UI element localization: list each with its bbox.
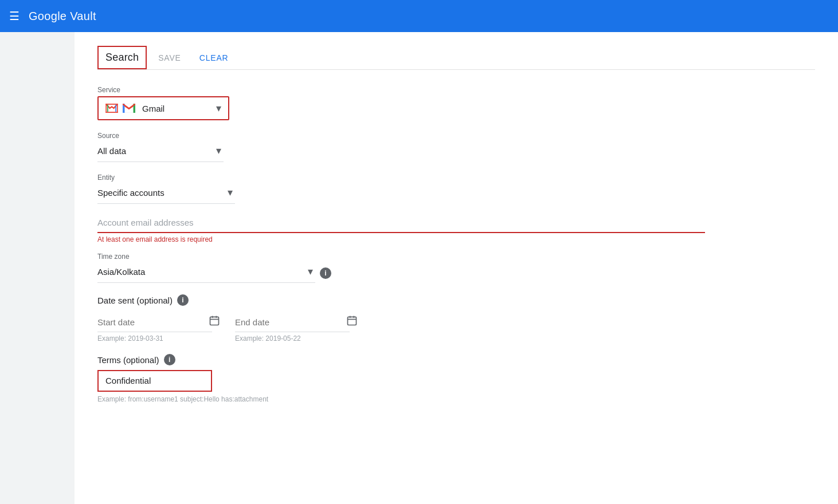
terms-example: Example: from:username1 subject:Hello ha… — [97, 395, 815, 403]
gmail-m-visual — [123, 104, 135, 113]
app-title: Google Vault — [29, 10, 96, 23]
timezone-wrapper: Asia/Kolkata ▾ i — [97, 263, 815, 283]
entity-dropdown-arrow: ▾ — [228, 186, 233, 199]
sidebar — [0, 32, 75, 504]
account-email-input[interactable] — [97, 215, 705, 233]
date-sent-section: Date sent (optional) i — [97, 294, 815, 342]
svg-rect-5 — [105, 112, 118, 113]
clear-button[interactable]: CLEAR — [193, 49, 236, 67]
service-dropdown-arrow: ▾ — [216, 102, 221, 115]
svg-rect-4 — [105, 104, 118, 105]
service-section: Service — [97, 86, 815, 120]
entity-section: Entity Specific accounts ▾ — [97, 174, 815, 204]
terms-info-icon[interactable]: i — [164, 354, 175, 365]
date-fields: Example: 2019-03-31 — [97, 315, 815, 342]
source-dropdown[interactable]: All data ▾ — [97, 142, 224, 162]
date-sent-info-icon[interactable]: i — [177, 294, 189, 306]
start-date-example: Example: 2019-03-31 — [97, 334, 212, 342]
source-section: Source All data ▾ — [97, 132, 815, 162]
timezone-label: Time zone — [97, 253, 815, 261]
email-error-message: At least one email address is required — [97, 235, 815, 243]
timezone-info-icon[interactable]: i — [320, 267, 331, 279]
timezone-dropdown-arrow: ▾ — [308, 265, 313, 278]
terms-input[interactable] — [105, 376, 204, 385]
timezone-section: Time zone Asia/Kolkata ▾ i — [97, 253, 815, 283]
timezone-value: Asia/Kolkata — [97, 267, 308, 277]
svg-rect-17 — [348, 317, 357, 325]
service-dropdown[interactable]: Gmail ▾ — [97, 96, 229, 120]
terms-section: Terms (optional) i Example: from:usernam… — [97, 354, 815, 403]
email-section: At least one email address is required — [97, 215, 815, 243]
tab-bar: Search SAVE CLEAR — [97, 46, 815, 70]
end-date-wrapper: Example: 2019-05-22 — [235, 315, 350, 342]
menu-icon[interactable]: ☰ — [9, 9, 19, 23]
terms-input-wrapper — [97, 370, 212, 392]
date-sent-label: Date sent (optional) i — [97, 294, 815, 306]
source-label: Source — [97, 132, 815, 140]
content-area: Search SAVE CLEAR Service — [75, 32, 838, 504]
search-tab[interactable]: Search — [97, 46, 147, 69]
start-date-wrapper: Example: 2019-03-31 — [97, 315, 212, 342]
entity-label: Entity — [97, 174, 815, 182]
source-value: All data — [97, 146, 216, 156]
gmail-icon — [105, 104, 118, 113]
timezone-dropdown[interactable]: Asia/Kolkata ▾ — [97, 263, 315, 283]
end-date-example: Example: 2019-05-22 — [235, 334, 350, 342]
save-button[interactable]: SAVE — [151, 49, 188, 67]
terms-label: Terms (optional) i — [97, 354, 815, 365]
start-date-input[interactable] — [97, 317, 206, 327]
end-date-row — [235, 315, 350, 332]
main-layout: Search SAVE CLEAR Service — [0, 32, 838, 504]
start-date-row — [97, 315, 212, 332]
entity-value: Specific accounts — [97, 188, 228, 198]
end-date-input[interactable] — [235, 317, 344, 327]
topbar: ☰ Google Vault — [0, 0, 838, 32]
end-date-calendar-icon[interactable] — [346, 315, 358, 329]
service-label: Service — [97, 86, 815, 94]
source-dropdown-arrow: ▾ — [216, 144, 221, 157]
svg-rect-13 — [210, 317, 219, 325]
entity-dropdown[interactable]: Specific accounts ▾ — [97, 184, 235, 204]
start-date-calendar-icon[interactable] — [209, 315, 220, 329]
service-value: Gmail — [142, 104, 212, 113]
